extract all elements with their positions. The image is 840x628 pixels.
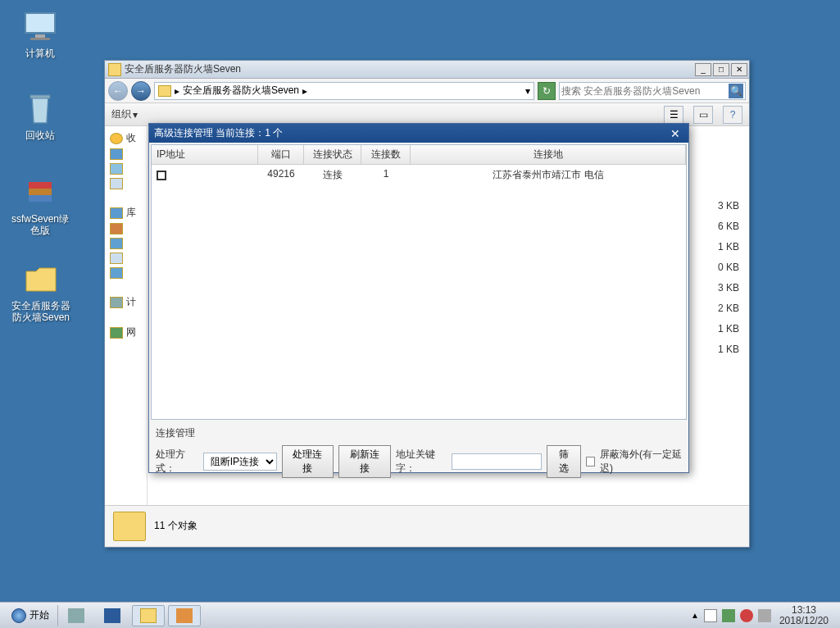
help-button[interactable]: ?	[723, 106, 742, 124]
recent-icon	[110, 178, 123, 189]
sidebar-item[interactable]	[105, 251, 147, 266]
dialog-controls: 连接管理 处理方式： 阻断IP连接 处理连接 刷新连接 地址关键字： 筛选 屏蔽…	[149, 421, 688, 485]
shield-icon	[176, 608, 193, 623]
mgmt-label: 连接管理	[156, 426, 682, 440]
desktop-icon-recycle[interactable]: 回收站	[11, 89, 69, 141]
preview-button[interactable]: ▭	[693, 106, 713, 124]
server-icon	[68, 608, 84, 623]
recycle-bin-icon	[20, 89, 60, 128]
folder-icon	[21, 259, 61, 298]
organize-button[interactable]: 组织▾	[111, 107, 138, 121]
sidebar-item[interactable]	[105, 266, 147, 280]
block-overseas-checkbox[interactable]	[586, 457, 595, 466]
sidebar-item[interactable]	[105, 162, 147, 176]
taskbar-powershell[interactable]	[96, 605, 129, 626]
folder-icon	[158, 85, 171, 97]
connection-table: IP地址 端口 连接状态 连接数 连接地 49216 连接 1 江苏省泰州市靖江…	[151, 144, 687, 420]
folder-icon	[108, 63, 121, 76]
refresh-button[interactable]: ↻	[538, 82, 556, 100]
document-icon	[110, 253, 123, 264]
row-checkbox[interactable]	[157, 171, 166, 180]
sidebar-library[interactable]: 库	[105, 204, 147, 221]
svg-rect-0	[25, 13, 55, 33]
desktop-icon	[110, 163, 123, 175]
desktop-icon-archive[interactable]: ssfwSeven绿色版	[7, 172, 74, 236]
desktop-icon-computer[interactable]: 计算机	[11, 7, 69, 59]
start-button[interactable]: 开始	[3, 605, 58, 626]
windows-orb-icon	[11, 608, 26, 623]
explorer-sidebar: 收 库 计 网	[105, 126, 148, 505]
close-button[interactable]: ✕	[667, 127, 683, 140]
sidebar-item[interactable]	[105, 236, 147, 251]
desktop-icon-folder[interactable]: 安全盾服务器防火墙Seven	[10, 259, 72, 323]
maximize-button[interactable]: □	[713, 63, 729, 76]
taskbar-explorer[interactable]	[132, 605, 165, 626]
breadcrumb[interactable]: ▸ 安全盾服务器防火墙Seven ▸ ▾	[154, 82, 534, 100]
process-connection-button[interactable]: 处理连接	[282, 445, 334, 478]
music-icon	[110, 267, 123, 279]
video-icon	[110, 223, 123, 234]
col-location[interactable]: 连接地	[411, 145, 686, 164]
svg-rect-1	[35, 34, 45, 38]
block-overseas-label: 屏蔽海外(有一定延迟)	[600, 448, 682, 476]
system-tray: ▲ 13:13 2018/12/20	[686, 605, 837, 626]
keyword-input[interactable]	[452, 453, 542, 470]
sidebar-computer[interactable]: 计	[105, 294, 147, 311]
col-port[interactable]: 端口	[258, 145, 304, 164]
back-button[interactable]: ←	[108, 81, 128, 101]
chevron-down-icon[interactable]: ▾	[525, 85, 530, 97]
picture-icon	[110, 238, 123, 249]
folder-icon	[113, 512, 146, 541]
svg-rect-2	[30, 38, 50, 40]
svg-rect-3	[30, 95, 50, 98]
refresh-connection-button[interactable]: 刷新连接	[338, 445, 390, 478]
library-icon	[110, 207, 123, 219]
sidebar-item[interactable]	[105, 176, 147, 191]
filter-button[interactable]: 筛选	[547, 445, 582, 478]
taskbar-clock[interactable]: 13:13 2018/12/20	[776, 605, 832, 626]
table-row[interactable]: 49216 连接 1 江苏省泰州市靖江市 电信	[152, 165, 686, 185]
security-tray-icon[interactable]	[740, 609, 753, 622]
computer-icon	[110, 297, 123, 308]
close-button[interactable]: ✕	[731, 63, 747, 76]
table-header: IP地址 端口 连接状态 连接数 连接地	[152, 145, 686, 165]
sidebar-favorites[interactable]: 收	[105, 130, 147, 147]
star-icon	[110, 133, 123, 144]
svg-rect-4	[29, 182, 52, 189]
explorer-navbar: ← → ▸ 安全盾服务器防火墙Seven ▸ ▾ ↻ 🔍	[105, 79, 749, 103]
dialog-titlebar[interactable]: 高级连接管理 当前连接：1 个 ✕	[149, 124, 688, 143]
search-input[interactable]	[561, 85, 729, 97]
minimize-button[interactable]: _	[695, 63, 711, 76]
flag-icon[interactable]	[704, 609, 717, 622]
forward-button[interactable]: →	[131, 81, 151, 101]
tray-arrow-icon[interactable]: ▲	[691, 611, 699, 620]
explorer-statusbar: 11 个对象	[105, 505, 749, 546]
view-button[interactable]: ☰	[664, 106, 683, 124]
keyword-label: 地址关键字：	[396, 448, 447, 476]
computer-icon	[20, 7, 60, 46]
process-mode-select[interactable]: 阻断IP连接	[203, 453, 277, 471]
taskbar: 开始 ▲ 13:13 2018/12/20	[0, 602, 840, 628]
sidebar-item[interactable]	[105, 147, 147, 162]
col-status[interactable]: 连接状态	[304, 145, 361, 164]
connection-manager-dialog: 高级连接管理 当前连接：1 个 ✕ IP地址 端口 连接状态 连接数 连接地 4…	[148, 123, 689, 473]
process-label: 处理方式：	[156, 448, 198, 476]
file-size-column: 3 KB 6 KB 1 KB 0 KB 3 KB 2 KB 1 KB 1 KB	[718, 200, 739, 364]
network-tray-icon[interactable]	[722, 609, 735, 622]
svg-rect-5	[29, 189, 52, 195]
search-box: 🔍	[559, 82, 746, 100]
col-count[interactable]: 连接数	[361, 145, 411, 164]
archive-icon	[20, 172, 60, 212]
volume-icon[interactable]	[758, 609, 771, 622]
powershell-icon	[104, 608, 120, 623]
sidebar-item[interactable]	[105, 221, 147, 236]
taskbar-server-manager[interactable]	[60, 605, 93, 626]
download-icon	[110, 148, 123, 160]
network-icon	[110, 327, 123, 339]
taskbar-firewall-app[interactable]	[168, 605, 201, 626]
col-ip[interactable]: IP地址	[152, 145, 258, 164]
explorer-titlebar[interactable]: 安全盾服务器防火墙Seven _ □ ✕	[105, 61, 749, 79]
search-icon[interactable]: 🔍	[729, 84, 743, 98]
folder-icon	[140, 608, 157, 623]
sidebar-network[interactable]: 网	[105, 324, 147, 341]
